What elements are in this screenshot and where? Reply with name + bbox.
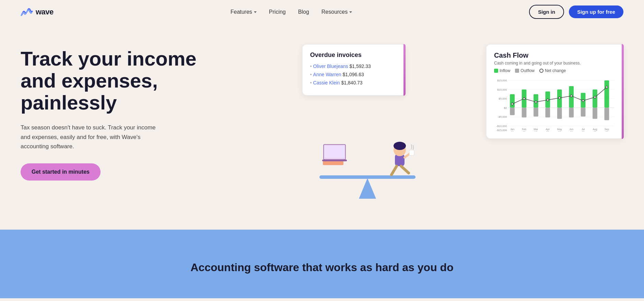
- svg-text:22: 22: [523, 130, 525, 131]
- seesaw-illustration: [299, 99, 429, 209]
- svg-rect-60: [323, 161, 343, 165]
- nav-features[interactable]: Features: [231, 9, 257, 15]
- navigation: wave Features Pricing Blog Resources Sig…: [0, 0, 644, 24]
- cashflow-subtitle: Cash coming in and going out of your bus…: [494, 61, 616, 66]
- cashflow-card: Cash Flow Cash coming in and going out o…: [486, 44, 623, 139]
- svg-point-35: [559, 97, 561, 99]
- svg-rect-18: [534, 108, 538, 117]
- invoice-item-3: Cassie Klein $1,840.73: [310, 80, 397, 85]
- invoice-item-1: Oliver Bluejeans $1,592.33: [310, 63, 397, 69]
- svg-text:22: 22: [582, 130, 584, 131]
- nav-resources[interactable]: Resources: [321, 9, 352, 15]
- hero-left: Track your income and expenses, painless…: [21, 37, 292, 181]
- blue-section-title: Accounting software that works as hard a…: [190, 261, 453, 274]
- svg-point-37: [582, 100, 584, 102]
- nav-links: Features Pricing Blog Resources: [231, 9, 352, 15]
- svg-text:$15,000: $15,000: [497, 79, 507, 82]
- svg-rect-22: [557, 108, 562, 119]
- svg-text:22: 22: [605, 130, 608, 131]
- svg-point-36: [570, 95, 572, 97]
- svg-rect-27: [593, 90, 597, 108]
- invoice-amount-2: $1,096.63: [343, 72, 364, 77]
- svg-text:22: 22: [570, 130, 573, 131]
- invoices-title: Overdue invoices: [310, 51, 397, 59]
- nav-pricing[interactable]: Pricing: [269, 9, 286, 15]
- svg-point-32: [523, 97, 525, 100]
- cashflow-svg: $15,000 $10,000 $5,000 $0 -$5,000 -$10,0…: [494, 77, 616, 131]
- invoice-item-2: Anne Warren $1,096.63: [310, 72, 397, 77]
- svg-rect-65: [325, 146, 344, 158]
- svg-text:22: 22: [511, 130, 514, 131]
- svg-rect-14: [510, 108, 515, 115]
- legend-inflow: Inflow: [494, 68, 510, 73]
- svg-text:-$10,000: -$10,000: [496, 125, 507, 128]
- svg-rect-71: [409, 150, 414, 155]
- svg-rect-24: [569, 108, 574, 118]
- svg-point-33: [535, 101, 537, 103]
- wave-logo-icon: [21, 7, 33, 17]
- netchange-label: Net change: [545, 68, 566, 73]
- svg-text:$10,000: $10,000: [497, 88, 507, 91]
- svg-text:22: 22: [594, 130, 596, 131]
- svg-text:22: 22: [546, 130, 549, 131]
- cashflow-chart: $15,000 $10,000 $5,000 $0 -$5,000 -$10,0…: [494, 77, 616, 131]
- logo-text: wave: [36, 8, 54, 16]
- cashflow-title: Cash Flow: [494, 51, 616, 59]
- invoice-amount-1: $1,592.33: [349, 63, 371, 69]
- svg-point-69: [394, 142, 406, 150]
- svg-point-34: [547, 99, 549, 101]
- blue-section: Accounting software that works as hard a…: [0, 230, 644, 298]
- invoice-amount-3: $1,840.73: [341, 80, 362, 85]
- nav-actions: Sign in Sign up for free: [529, 5, 623, 19]
- svg-text:22: 22: [558, 130, 561, 131]
- svg-rect-59: [319, 175, 415, 179]
- svg-rect-28: [593, 108, 597, 119]
- legend-outflow: Outflow: [515, 68, 535, 73]
- inflow-color: [494, 69, 498, 73]
- svg-rect-66: [322, 160, 347, 161]
- chevron-down-icon: [254, 11, 257, 13]
- signup-button[interactable]: Sign up for free: [569, 5, 623, 18]
- svg-rect-30: [605, 108, 609, 120]
- invoice-name-1[interactable]: Oliver Bluejeans: [313, 63, 348, 69]
- outflow-label: Outflow: [520, 68, 535, 73]
- svg-marker-58: [359, 178, 376, 199]
- chevron-down-icon: [349, 11, 352, 13]
- signin-button[interactable]: Sign in: [529, 5, 564, 19]
- cashflow-legend: Inflow Outflow Net change: [494, 68, 616, 73]
- svg-text:$0: $0: [504, 106, 507, 109]
- hero-section: Track your income and expenses, painless…: [0, 24, 644, 230]
- svg-text:$5,000: $5,000: [499, 97, 507, 100]
- svg-point-38: [594, 96, 596, 98]
- svg-text:22: 22: [535, 130, 537, 131]
- hero-title: Track your income and expenses, painless…: [21, 48, 199, 113]
- invoices-card: Overdue invoices Oliver Bluejeans $1,592…: [302, 44, 405, 95]
- svg-rect-26: [581, 108, 586, 117]
- svg-rect-20: [545, 108, 550, 118]
- hero-subtitle: Tax season doesn't have to suck. Track y…: [21, 123, 165, 151]
- inflow-label: Inflow: [500, 68, 510, 73]
- logo[interactable]: wave: [21, 7, 54, 17]
- invoice-name-2[interactable]: Anne Warren: [313, 72, 341, 77]
- svg-text:-$5,000: -$5,000: [498, 115, 507, 118]
- svg-line-72: [391, 166, 397, 175]
- hero-right: Overdue invoices Oliver Bluejeans $1,592…: [292, 37, 623, 209]
- nav-blog[interactable]: Blog: [298, 9, 309, 15]
- outflow-color: [515, 69, 519, 73]
- invoice-name-3[interactable]: Cassie Klein: [313, 80, 340, 85]
- netchange-icon: [539, 69, 543, 73]
- svg-rect-13: [510, 94, 515, 107]
- svg-point-31: [511, 103, 513, 105]
- svg-point-39: [606, 86, 608, 88]
- cta-button[interactable]: Get started in minutes: [21, 163, 101, 181]
- svg-text:-$15,000: -$15,000: [496, 129, 507, 131]
- legend-netchange: Net change: [539, 68, 566, 73]
- svg-line-73: [401, 166, 409, 173]
- svg-rect-16: [522, 108, 527, 118]
- svg-rect-29: [605, 80, 609, 108]
